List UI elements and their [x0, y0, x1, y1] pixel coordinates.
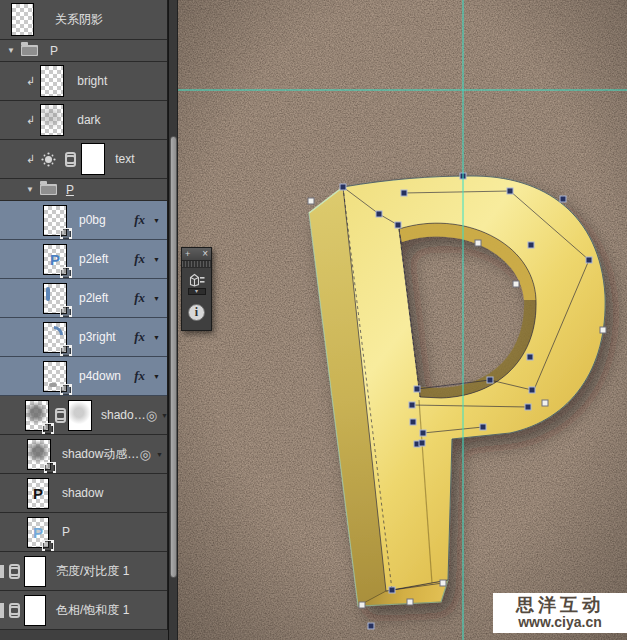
anchor-point[interactable]: [480, 424, 486, 430]
anchor-point[interactable]: [487, 377, 493, 383]
info-panel-icon[interactable]: i: [188, 304, 205, 321]
effects-dropdown-icon[interactable]: ▼: [149, 256, 164, 263]
layer-row-p4down[interactable]: p4down fx ▼: [0, 357, 167, 396]
layer-row-hue-saturation[interactable]: 色相/饱和度 1: [0, 591, 167, 630]
effects-dropdown-icon[interactable]: ▼: [155, 451, 164, 458]
anchor-point[interactable]: [410, 419, 416, 425]
brightness-adjustment-icon: [45, 156, 52, 163]
anchor-point[interactable]: [586, 257, 592, 263]
anchor-point[interactable]: [395, 222, 401, 228]
anchor-point[interactable]: [542, 400, 548, 406]
effects-dropdown-icon[interactable]: ▼: [149, 295, 164, 302]
anchor-point[interactable]: [528, 242, 534, 248]
effects-dropdown-icon[interactable]: ▼: [149, 334, 164, 341]
layer-row-shadow[interactable]: P shadow: [0, 474, 167, 513]
panel-grip[interactable]: [182, 261, 211, 268]
thumbnail-content: [46, 287, 50, 301]
layer-thumbnail[interactable]: [25, 400, 49, 431]
smart-filter-toggle-icon[interactable]: ◎: [146, 408, 157, 423]
layer-effects-fx[interactable]: fx: [134, 329, 145, 345]
layer-thumbnail[interactable]: [43, 361, 67, 392]
smart-filter-toggle-icon[interactable]: ◎: [139, 447, 150, 462]
layer-thumbnail[interactable]: [43, 283, 67, 314]
scrollbar-thumb[interactable]: [170, 136, 177, 578]
group-row-P-outer[interactable]: ▼ P: [0, 40, 167, 62]
anchor-point[interactable]: [527, 354, 533, 360]
anchor-point[interactable]: [419, 440, 425, 446]
anchor-point[interactable]: [389, 587, 395, 593]
layer-thumbnail[interactable]: [27, 439, 51, 470]
layer-effects-fx[interactable]: fx: [134, 368, 145, 384]
thumbnail-content: [54, 326, 63, 335]
panel-close-icon[interactable]: ×: [202, 249, 208, 259]
anchor-point[interactable]: [525, 404, 531, 410]
watermark-brand: 思洋互动: [516, 596, 604, 615]
mask-thumbnail[interactable]: [68, 400, 92, 431]
effects-dropdown-icon[interactable]: ▼: [149, 373, 164, 380]
layer-thumbnail[interactable]: [40, 104, 64, 136]
anchor-point[interactable]: [475, 240, 481, 246]
anchor-point[interactable]: [359, 602, 365, 608]
anchor-point[interactable]: [529, 387, 535, 393]
anchor-point[interactable]: [368, 623, 374, 629]
layer-row-p1[interactable]: P p2left fx ▼: [0, 240, 167, 279]
effects-dropdown-icon[interactable]: ▼: [161, 412, 167, 419]
3d-panel-icon[interactable]: [189, 273, 205, 287]
adjustment-thumbnail[interactable]: [24, 556, 46, 587]
layer-thumbnail[interactable]: P: [27, 517, 49, 548]
layer-row-shadow-motion[interactable]: shadow动感… ◎ ▼: [0, 435, 167, 474]
layer-effects-fx[interactable]: fx: [134, 290, 145, 306]
layer-row-shado[interactable]: shado… ◎ ▼: [0, 396, 167, 435]
anchor-point[interactable]: [409, 402, 415, 408]
floating-panel-collapsed[interactable]: + × ▾ i: [181, 247, 212, 331]
floating-panel-titlebar[interactable]: + ×: [182, 248, 211, 261]
layer-thumbnail[interactable]: P: [27, 478, 49, 509]
layer-row-bright[interactable]: ↲ bright: [0, 62, 167, 101]
layer-thumbnail[interactable]: [11, 3, 34, 36]
group-row-P-inner[interactable]: ▼ P: [0, 179, 167, 201]
layer-row-p2left[interactable]: p2left fx ▼: [0, 279, 167, 318]
anchor-point[interactable]: [513, 281, 519, 287]
layer-row-dark[interactable]: ↲ dark: [0, 101, 167, 140]
anchor-point[interactable]: [376, 211, 382, 217]
anchor-point[interactable]: [560, 196, 566, 202]
anchor-point[interactable]: [420, 430, 426, 436]
layer-effects-fx[interactable]: fx: [134, 212, 145, 228]
anchor-point[interactable]: [340, 184, 346, 190]
anchor-point[interactable]: [414, 386, 420, 392]
effects-dropdown-icon[interactable]: ▼: [149, 217, 164, 224]
anchor-point[interactable]: [440, 580, 446, 586]
anchor-point[interactable]: [308, 198, 314, 204]
link-icon: [54, 408, 63, 423]
anchor-point[interactable]: [401, 190, 407, 196]
thumbnail-letter: P: [33, 486, 43, 501]
expander-icon[interactable]: ▼: [7, 46, 15, 55]
photoshop-workspace: 关系阴影 ▼ P ↲ bright ↲ dark ↲ text ▼: [0, 0, 627, 640]
vector-mask-badge: [60, 345, 72, 357]
document-canvas[interactable]: [178, 0, 627, 640]
panel-bottom-fill: [0, 630, 168, 640]
layers-panel-scrollbar[interactable]: [168, 0, 178, 640]
layer-thumbnail[interactable]: [43, 205, 67, 236]
layer-thumbnail[interactable]: [81, 143, 105, 175]
layer-thumbnail[interactable]: [43, 322, 67, 353]
layer-thumbnail[interactable]: P: [43, 244, 67, 275]
layer-effects-fx[interactable]: fx: [134, 251, 145, 267]
layer-row-shadow-group-top[interactable]: 关系阴影: [0, 0, 167, 40]
layer-row-P[interactable]: P P: [0, 513, 167, 552]
layer-row-text[interactable]: ↲ text: [0, 140, 167, 179]
expander-icon[interactable]: ▼: [26, 185, 34, 194]
adjustment-thumbnail[interactable]: [24, 595, 46, 626]
anchor-point[interactable]: [407, 599, 413, 605]
layer-thumbnail[interactable]: [40, 65, 64, 97]
panel-dropdown[interactable]: ▾: [188, 288, 206, 295]
layer-row-brightness-contrast[interactable]: 亮度/对比度 1: [0, 552, 167, 591]
layer-label: shadow动感…: [62, 446, 139, 463]
anchor-point[interactable]: [507, 188, 513, 194]
anchor-point[interactable]: [600, 327, 606, 333]
layer-row-p0bg[interactable]: p0bg fx ▼: [0, 201, 167, 240]
panel-move-icon[interactable]: +: [185, 250, 190, 259]
layer-row-p3right[interactable]: p3right fx ▼: [0, 318, 167, 357]
watermark-url: www.ciya.cn: [518, 615, 602, 630]
thumbnail-content: [41, 105, 63, 135]
